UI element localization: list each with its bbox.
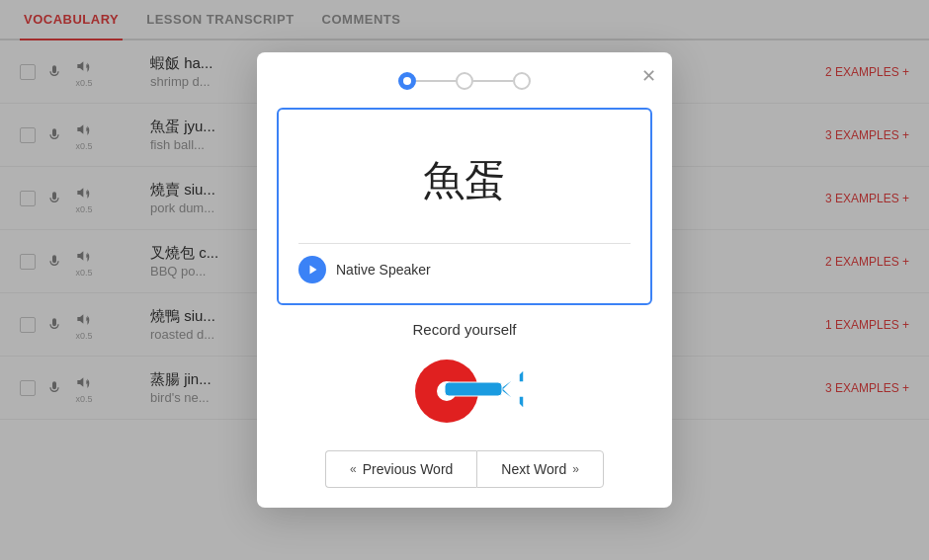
pronunciation-modal: ✕ 魚蛋 Native Speaker	[257, 52, 672, 508]
record-label: Record yourself	[412, 321, 516, 338]
progress-indicator	[277, 72, 652, 90]
nav-buttons: « Previous Word Next Word »	[277, 450, 652, 488]
card-divider	[298, 243, 631, 244]
previous-word-button[interactable]: « Previous Word	[325, 450, 476, 488]
next-btn-label: Next Word	[501, 461, 566, 477]
progress-dot-3	[513, 72, 531, 90]
progress-dot-1	[398, 72, 416, 90]
prev-btn-label: Previous Word	[363, 461, 454, 477]
next-word-button[interactable]: Next Word »	[476, 450, 604, 488]
native-speaker-label: Native Speaker	[336, 262, 431, 278]
svg-rect-2	[445, 382, 502, 396]
progress-line-2	[473, 80, 513, 82]
progress-dot-2	[456, 72, 473, 90]
record-section: Record yourself	[277, 321, 652, 431]
modal-overlay: ✕ 魚蛋 Native Speaker	[0, 0, 929, 560]
native-speaker-row: Native Speaker	[298, 256, 631, 283]
vocab-page: VOCABULARY LESSON TRANSCRIPT COMMENTS x0…	[0, 0, 929, 560]
word-card: 魚蛋 Native Speaker	[277, 108, 652, 305]
close-button[interactable]: ✕	[638, 66, 658, 86]
progress-line-1	[416, 80, 456, 82]
svg-marker-1	[499, 369, 524, 409]
arrow-cursor-icon	[445, 355, 524, 428]
word-display-text: 魚蛋	[423, 153, 506, 208]
next-chevron-icon: »	[572, 462, 579, 476]
prev-chevron-icon: «	[350, 462, 357, 476]
svg-marker-0	[310, 266, 317, 275]
play-button[interactable]	[298, 256, 326, 283]
